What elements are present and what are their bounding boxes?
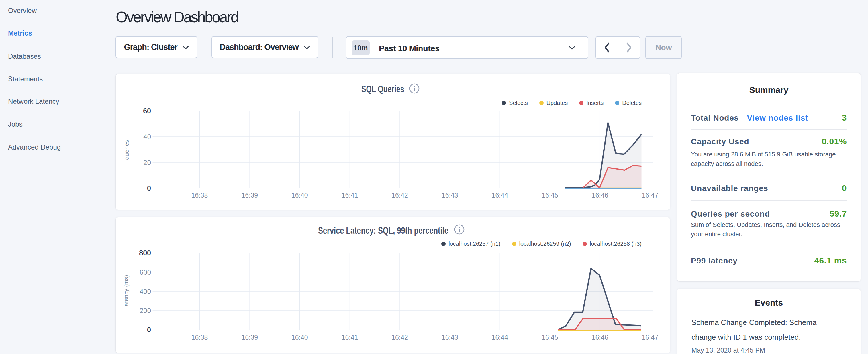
svg-text:16:38: 16:38 — [191, 334, 208, 341]
svg-text:queries: queries — [123, 140, 130, 160]
svg-text:16:44: 16:44 — [492, 334, 508, 341]
svg-text:16:40: 16:40 — [291, 192, 308, 199]
svg-text:16:46: 16:46 — [592, 334, 608, 341]
svg-text:16:46: 16:46 — [592, 192, 608, 199]
svg-text:0: 0 — [147, 184, 151, 192]
svg-text:16:41: 16:41 — [342, 192, 358, 199]
svg-text:16:38: 16:38 — [191, 192, 208, 199]
svg-text:16:39: 16:39 — [241, 192, 258, 199]
svg-text:16:47: 16:47 — [642, 334, 658, 341]
svg-text:600: 600 — [140, 268, 151, 276]
svg-text:400: 400 — [140, 288, 151, 295]
svg-text:16:40: 16:40 — [291, 334, 308, 341]
svg-text:16:43: 16:43 — [442, 192, 458, 199]
svg-text:16:42: 16:42 — [392, 192, 408, 199]
svg-text:16:41: 16:41 — [342, 334, 358, 341]
svg-text:20: 20 — [143, 159, 151, 166]
svg-text:16:42: 16:42 — [392, 334, 408, 341]
svg-text:200: 200 — [140, 307, 151, 315]
svg-text:60: 60 — [143, 107, 151, 115]
svg-text:16:47: 16:47 — [642, 192, 658, 199]
svg-text:16:43: 16:43 — [442, 334, 458, 341]
svg-text:16:39: 16:39 — [241, 334, 258, 341]
svg-text:800: 800 — [139, 249, 151, 257]
svg-text:40: 40 — [143, 133, 151, 141]
svg-text:16:45: 16:45 — [541, 334, 558, 341]
svg-text:0: 0 — [147, 326, 151, 334]
svg-text:16:45: 16:45 — [541, 192, 558, 199]
svg-text:latency (ms): latency (ms) — [123, 275, 129, 308]
svg-text:16:44: 16:44 — [492, 192, 508, 199]
